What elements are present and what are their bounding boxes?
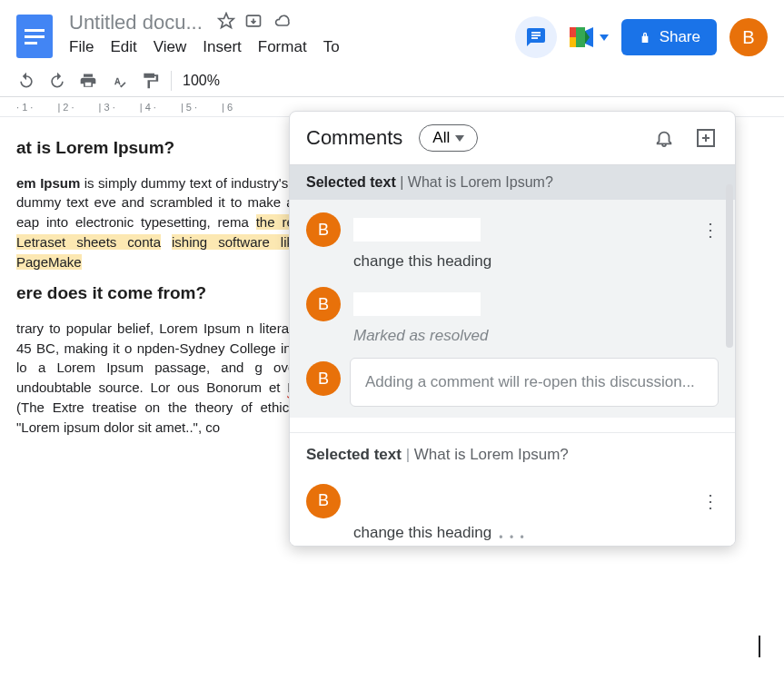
cloud-status-icon[interactable] <box>273 12 293 30</box>
scrollbar[interactable] <box>726 184 733 348</box>
commenter-name-redacted <box>353 489 481 513</box>
svg-rect-3 <box>570 37 576 47</box>
open-comments-button[interactable] <box>515 16 557 58</box>
commenter-avatar: B <box>306 484 341 518</box>
comment-menu-button[interactable]: ⋮ <box>701 490 719 512</box>
notifications-button[interactable] <box>651 125 677 151</box>
menu-file[interactable]: File <box>69 38 94 56</box>
menu-tools[interactable]: To <box>323 38 340 56</box>
commenter-avatar: B <box>306 287 341 321</box>
app-header: Untitled docu... File Edit View Insert F… <box>0 0 784 58</box>
move-icon[interactable] <box>244 12 263 30</box>
comment-entry: B Marked as resolved <box>290 274 735 349</box>
selected-text-header[interactable]: Selected text | What is Lorem Ipsum? <box>290 432 735 471</box>
undo-button[interactable] <box>16 71 36 91</box>
ruler-tick: | 6 <box>222 102 233 113</box>
comments-panel-header: Comments All <box>290 112 735 164</box>
ruler-tick: | 4 · <box>140 102 156 113</box>
chevron-down-icon <box>455 135 464 142</box>
document-title[interactable]: Untitled docu... <box>69 11 203 35</box>
share-label: Share <box>660 28 700 46</box>
share-button[interactable]: Share <box>621 19 717 55</box>
menu-view[interactable]: View <box>154 38 187 56</box>
text-cursor <box>759 636 760 657</box>
separator <box>171 71 172 91</box>
new-comment-button[interactable] <box>693 125 719 151</box>
menu-edit[interactable]: Edit <box>110 38 136 56</box>
chevron-down-icon <box>600 35 609 41</box>
spellcheck-button[interactable] <box>109 71 129 91</box>
svg-rect-2 <box>570 27 576 37</box>
commenter-name-redacted <box>353 292 481 316</box>
comment-text: change this heading <box>353 252 719 271</box>
header-actions: Share B <box>515 16 768 58</box>
menu-bar: File Edit View Insert Format To <box>69 38 515 56</box>
ruler-tick: | 3 · <box>99 102 115 113</box>
paint-format-button[interactable] <box>140 71 160 91</box>
comment-entry: B ⋮ change this heading <box>290 200 735 274</box>
comments-title: Comments <box>306 126 402 150</box>
star-icon[interactable] <box>217 12 235 30</box>
ruler-tick: | 5 · <box>181 102 197 113</box>
panel-drag-handle[interactable]: • • • <box>499 531 525 544</box>
menu-format[interactable]: Format <box>258 38 307 56</box>
svg-rect-4 <box>576 27 585 47</box>
meet-button[interactable] <box>570 27 609 47</box>
menu-insert[interactable]: Insert <box>203 38 242 56</box>
comment-menu-button[interactable]: ⋮ <box>701 219 719 241</box>
comment-thread: Selected text | What is Lorem Ipsum? B ⋮… <box>290 432 735 546</box>
ruler-tick: | 2 · <box>57 102 74 113</box>
reply-input[interactable]: Adding a comment will re-open this discu… <box>350 358 719 407</box>
commenter-avatar: B <box>306 361 341 396</box>
commenter-name-redacted <box>353 218 481 242</box>
commenter-avatar: B <box>306 212 341 247</box>
account-avatar[interactable]: B <box>729 18 768 56</box>
comments-filter-chip[interactable]: All <box>419 124 478 152</box>
comments-panel: Comments All Selected text | What is Lor… <box>289 111 736 547</box>
print-button[interactable] <box>78 71 98 91</box>
toolbar: 100% <box>0 64 784 97</box>
title-area: Untitled docu... File Edit View Insert F… <box>69 11 515 56</box>
selected-text-header[interactable]: Selected text | What is Lorem Ipsum? <box>290 164 735 200</box>
redo-button[interactable] <box>47 71 67 91</box>
ruler-tick: · 1 · <box>16 102 33 113</box>
svg-marker-0 <box>218 14 233 28</box>
comment-text: change this heading <box>353 524 719 542</box>
comment-thread: Selected text | What is Lorem Ipsum? B ⋮… <box>290 164 735 418</box>
docs-logo[interactable] <box>16 15 53 58</box>
comment-status: Marked as resolved <box>353 327 719 345</box>
zoom-level[interactable]: 100% <box>183 73 220 89</box>
